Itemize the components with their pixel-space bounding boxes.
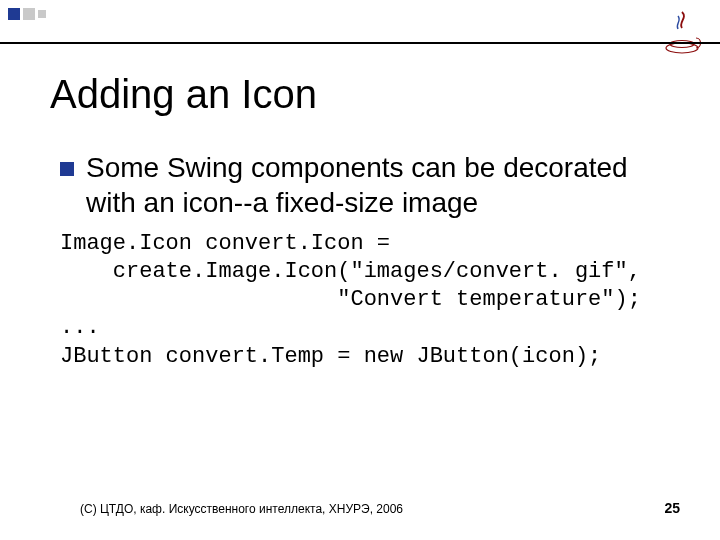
footer: (С) ЦТДО, каф. Искусственного интеллекта… [80, 500, 680, 516]
java-logo-icon [660, 8, 704, 56]
bullet-icon [60, 162, 74, 176]
bullet-text: Some Swing components can be decorated w… [86, 150, 680, 220]
square-icon [23, 8, 35, 20]
code-block: Image.Icon convert.Icon = create.Image.I… [60, 230, 680, 371]
corner-decoration [8, 8, 46, 20]
slide: Adding an Icon Some Swing components can… [0, 0, 720, 540]
slide-title: Adding an Icon [50, 72, 317, 117]
square-icon [38, 10, 46, 18]
slide-body: Some Swing components can be decorated w… [60, 150, 680, 371]
page-number: 25 [664, 500, 680, 516]
copyright-text: (С) ЦТДО, каф. Искусственного интеллекта… [80, 502, 403, 516]
square-icon [8, 8, 20, 20]
bullet-item: Some Swing components can be decorated w… [60, 150, 680, 220]
divider [0, 42, 720, 44]
